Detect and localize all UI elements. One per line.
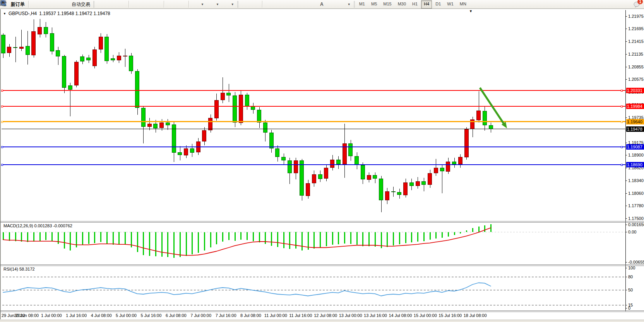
candle-body (135, 71, 139, 108)
price-level-line[interactable] (2, 90, 625, 91)
price-level-line[interactable] (2, 106, 625, 107)
macd-histogram-bar (161, 232, 163, 257)
new-order-button[interactable]: 新订单 (2, 0, 26, 9)
periods-button[interactable]: ▼ (206, 0, 221, 9)
price-axis-tick-label: 1.21975 (628, 14, 644, 19)
timeframe-button-m1[interactable]: M1 (356, 0, 368, 9)
level-line-left-handle[interactable] (1, 90, 3, 92)
level-line-right-handle[interactable] (621, 106, 623, 107)
level-line-right-handle[interactable] (621, 121, 623, 123)
timeframe-button-m15[interactable]: M15 (380, 0, 394, 9)
macd-histogram-bar (94, 232, 95, 243)
macd-histogram-bar (180, 232, 181, 257)
level-line-right-handle[interactable] (621, 90, 623, 92)
bar-chart-mode-button[interactable] (96, 0, 106, 9)
zoom-in-button[interactable] (131, 0, 141, 9)
level-line-right-handle[interactable] (621, 164, 623, 166)
panel-splitter-line[interactable] (0, 221, 644, 221)
date-axis-label: 7 Jul 00:00 (190, 313, 211, 318)
macd-histogram-bar (411, 232, 412, 242)
price-axis-tick-label: 1.20855 (628, 65, 644, 69)
crosshair-tool-button[interactable] (250, 0, 260, 9)
price-level-line[interactable] (2, 164, 625, 165)
vertical-line-tool-button[interactable] (265, 0, 274, 9)
timeframe-button-h1[interactable]: H1 (409, 0, 420, 9)
price-level-line[interactable] (2, 129, 625, 129)
trendline-tool-button[interactable] (286, 0, 295, 9)
auto-trading-button[interactable]: 自动交易 (62, 0, 92, 9)
candle-body (397, 192, 401, 195)
price-axis-tick (625, 54, 627, 55)
level-line-left-handle[interactable] (1, 121, 3, 123)
trendline-icon (287, 1, 294, 8)
tile-windows-button[interactable] (152, 0, 162, 9)
templates-button[interactable]: ▼ (221, 0, 236, 9)
date-axis-label: 5 Jul 00:00 (116, 313, 137, 318)
macd-histogram-bar (204, 232, 205, 250)
candle-body (1, 35, 5, 53)
macd-histogram-bar (143, 232, 144, 255)
candlestick-mode-button[interactable] (106, 0, 116, 9)
macd-histogram-bar (210, 232, 211, 247)
timeframe-button-d1[interactable]: D1 (433, 0, 444, 9)
chat-notifications-icon[interactable]: 1 (634, 1, 640, 8)
price-axis-tick-label: 1.17500 (628, 216, 644, 221)
timeframe-button-h4[interactable]: H4 (421, 0, 432, 9)
macd-histogram-bar (478, 227, 480, 232)
date-axis-label: 5 Jul 16:00 (140, 313, 161, 318)
level-line-right-handle[interactable] (621, 146, 623, 148)
level-line-left-handle[interactable] (1, 146, 3, 148)
line-chart-mode-button[interactable] (117, 0, 127, 9)
channel-tool-button[interactable]: E (296, 0, 306, 9)
candle-body (111, 58, 115, 60)
fibonacci-icon: F (308, 1, 315, 8)
panel-splitter-line[interactable] (0, 310, 644, 311)
candle-body (416, 181, 420, 186)
fibonacci-tool-button[interactable]: F (307, 0, 316, 9)
text-tool-button[interactable]: A (317, 0, 327, 9)
price-level-label: 1.19640 (626, 119, 644, 124)
search-icon[interactable] (624, 1, 630, 8)
candle-body (300, 160, 304, 196)
price-axis-tick-label: 1.18340 (628, 178, 644, 183)
level-line-left-handle[interactable] (1, 106, 3, 107)
price-level-line[interactable] (2, 147, 625, 147)
title-collapse-arrow[interactable]: ▼ (3, 12, 6, 15)
macd-histogram-bar (356, 232, 358, 245)
panel-splitter-line[interactable] (0, 264, 644, 265)
zoom-in-icon (133, 1, 139, 8)
price-level-line[interactable] (2, 121, 625, 122)
timeframe-button-m5[interactable]: M5 (368, 0, 380, 9)
candle-body (226, 93, 231, 95)
chart-shift-marker[interactable]: ▼ (469, 9, 473, 13)
timeframe-button-w1[interactable]: W1 (444, 0, 456, 9)
macd-histogram-bar (313, 232, 315, 249)
candle-body (294, 160, 298, 173)
auto-scroll-button[interactable] (166, 0, 176, 9)
market-watch-button[interactable] (41, 0, 51, 9)
signals-button[interactable] (52, 0, 62, 9)
price-axis-tick (625, 181, 627, 181)
rsi-axis-tick (625, 308, 627, 308)
arrows-tool-button[interactable]: ▼ (338, 0, 352, 9)
timeframe-button-m30[interactable]: M30 (395, 0, 409, 9)
horizontal-line-tool-button[interactable] (275, 0, 285, 9)
chart-shift-button[interactable] (177, 0, 187, 9)
indicators-button[interactable]: ▼ (191, 0, 206, 9)
price-axis-tick (625, 168, 627, 168)
macd-histogram-bar (448, 232, 449, 237)
macd-axis-tick-label: 0.001656 (628, 222, 644, 227)
macd-histogram-bar (289, 232, 290, 249)
zoom-out-button[interactable] (142, 0, 151, 9)
cursor-tool-button[interactable] (240, 0, 250, 9)
macd-axis-tick-label: 0.00 (628, 230, 636, 234)
rsi-axis-tick (625, 268, 627, 268)
price-axis-tick-label: 1.17780 (628, 203, 644, 208)
price-axis-tick (625, 118, 627, 118)
macd-histogram-bar (125, 232, 126, 245)
timeframe-button-mn[interactable]: MN (457, 0, 469, 9)
quotes-button[interactable] (31, 0, 41, 9)
text-label-tool-button[interactable]: T (327, 0, 337, 9)
level-line-left-handle[interactable] (1, 164, 3, 166)
candle-body (31, 31, 36, 55)
